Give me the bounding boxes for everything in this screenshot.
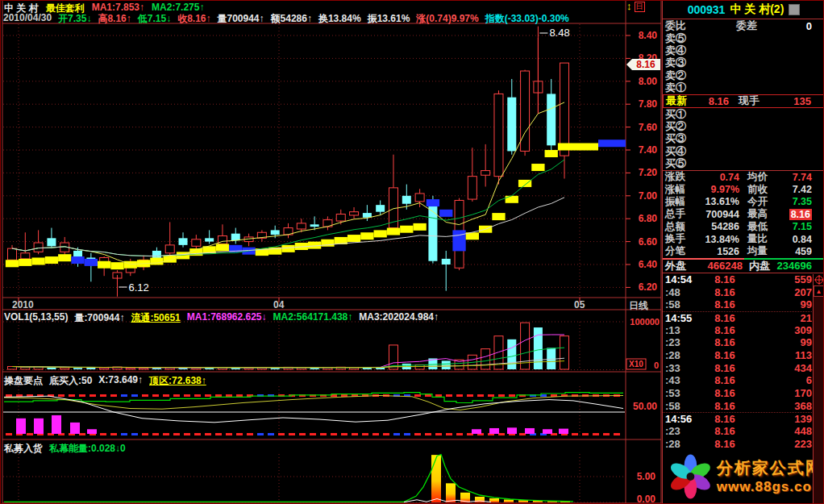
open-readout: 开7.35↓ bbox=[58, 12, 91, 26]
now-vol-value: 135 bbox=[759, 95, 811, 107]
waipan-value: 466248 bbox=[693, 260, 743, 272]
inner-outer-volume-row: 外盘 466248 内盘 234696 bbox=[663, 260, 824, 273]
period-label[interactable]: 日线 bbox=[629, 299, 648, 313]
vol-ma3: MA3:202024.984↑ bbox=[359, 311, 439, 325]
index-readout: 指数(-33.03)-0.30% bbox=[485, 12, 569, 26]
volume-readout: 量700944↑ bbox=[218, 12, 264, 26]
tick-row[interactable]: :538.16170 bbox=[663, 387, 824, 400]
site-logo[interactable]: 分析家公式网 www.88gs.com bbox=[663, 451, 824, 502]
market-info-icon[interactable] bbox=[789, 4, 800, 15]
stat-value: 1526 bbox=[694, 246, 739, 257]
tick-list[interactable]: 14:548.16559:488.16207:588.169914:558.16… bbox=[663, 273, 824, 451]
stat-value: 7.42 bbox=[793, 184, 812, 195]
crosshair-icon[interactable] bbox=[814, 274, 824, 285]
tick-row[interactable]: :488.16207 bbox=[663, 285, 824, 298]
buy-level-row[interactable]: 买③ bbox=[663, 133, 824, 145]
svg-text:6.40: 6.40 bbox=[639, 259, 658, 270]
stat-value: 9.97% bbox=[694, 184, 739, 195]
caopan-x: X:73.649↑ bbox=[98, 374, 143, 388]
stat-value: 459 bbox=[795, 246, 812, 257]
buy-level-row[interactable]: 买④ bbox=[663, 145, 824, 157]
simu-indicator-name[interactable]: 私募入货 bbox=[4, 442, 43, 456]
sell-level-row[interactable]: 卖③ bbox=[663, 57, 824, 69]
change-readout: 涨(0.74)9.97% bbox=[416, 12, 478, 26]
sell-level-row[interactable]: 卖① bbox=[663, 82, 824, 94]
weicha-value: 0 bbox=[757, 20, 812, 32]
latest-price: 8.16 bbox=[687, 95, 729, 107]
period-calendar-icon[interactable]: 日 bbox=[635, 2, 645, 12]
svg-text:7.80: 7.80 bbox=[639, 98, 658, 110]
tick-row[interactable]: 14:568.16139 bbox=[663, 412, 824, 425]
stats-row: 涨跌0.74均价7.74 bbox=[663, 171, 824, 183]
sell-queue: 卖⑤卖④卖③卖②卖① bbox=[663, 32, 824, 94]
time-axis-label: 2010 bbox=[12, 299, 34, 310]
neipan-label: 内盘 bbox=[749, 259, 776, 273]
svg-text:6.60: 6.60 bbox=[639, 236, 658, 248]
tick-row[interactable]: :288.16113 bbox=[663, 349, 824, 362]
low-readout: 低7.15↓ bbox=[138, 12, 171, 26]
time-axis-label: 05 bbox=[574, 299, 585, 310]
vol-ma1: MA1:768962.625↓ bbox=[187, 311, 267, 325]
buy-level-row[interactable]: 买② bbox=[663, 120, 824, 132]
stat-value: 8.16 bbox=[789, 209, 812, 220]
tick-row[interactable]: :588.16368 bbox=[663, 400, 824, 413]
svg-text:7.20: 7.20 bbox=[639, 167, 658, 178]
waipan-label: 外盘 bbox=[665, 259, 693, 273]
tick-row[interactable]: :238.1699 bbox=[663, 336, 824, 349]
stat-value: 54286 bbox=[694, 221, 739, 232]
stat-value: 7.74 bbox=[793, 172, 812, 183]
svg-text:8.40: 8.40 bbox=[639, 30, 658, 41]
stat-value: 13.84% bbox=[694, 234, 739, 245]
svg-text:0.00: 0.00 bbox=[637, 494, 656, 504]
svg-text:100000: 100000 bbox=[630, 317, 660, 327]
tick-row[interactable]: :238.16448 bbox=[663, 425, 824, 438]
svg-text:6.12: 6.12 bbox=[128, 281, 148, 294]
weicha-label: 委差 bbox=[736, 19, 757, 33]
stats-row: 涨幅9.97%前收7.42 bbox=[663, 183, 824, 195]
latest-price-row: 最新 8.16 现手 135 bbox=[663, 94, 824, 108]
stock-name: 中 关 村(2) bbox=[730, 2, 784, 17]
sell-level-row[interactable]: 卖⑤ bbox=[663, 32, 824, 44]
quote-panel-header: 000931 中 关 村(2) bbox=[663, 1, 824, 19]
svg-text:7.60: 7.60 bbox=[639, 122, 658, 133]
caopan-indicator-name[interactable]: 操盘要点 bbox=[4, 374, 43, 388]
tick-row[interactable]: :288.16223 bbox=[663, 438, 824, 451]
tick-row[interactable]: :438.166 bbox=[663, 374, 824, 387]
tick-row[interactable]: 14:558.1621 bbox=[663, 311, 824, 324]
buy-level-row[interactable]: 买① bbox=[663, 108, 824, 120]
stats-row: 换手13.84%量比0.84 bbox=[663, 233, 824, 245]
amplitude-readout: 振13.61% bbox=[368, 12, 410, 26]
site-url[interactable]: www.88gs.com bbox=[717, 479, 824, 495]
sell-level-row[interactable]: 卖④ bbox=[663, 44, 824, 56]
close-readout: 收8.16↑ bbox=[177, 12, 210, 26]
stat-value: 7.15 bbox=[793, 221, 812, 232]
stock-terminal-window: 8.408.208.007.807.607.407.207.006.806.60… bbox=[0, 0, 824, 504]
site-name[interactable]: 分析家公式网 bbox=[717, 457, 824, 479]
buy-queue: 买①买②买③买④买⑤ bbox=[663, 108, 824, 170]
simu-energy: 私幕能量:0.028↓0 bbox=[49, 442, 126, 456]
vol-value: 量:700944↑ bbox=[74, 311, 124, 325]
svg-text:6.80: 6.80 bbox=[639, 213, 658, 224]
tick-scrollbar[interactable]: ▲ bbox=[813, 274, 824, 504]
stats-row: 分笔1526均量459 bbox=[663, 245, 824, 257]
tick-row[interactable]: 14:548.16559 bbox=[663, 273, 824, 286]
tick-row[interactable]: :138.16309 bbox=[663, 323, 824, 336]
stats-row: 振幅13.61%今开7.35 bbox=[663, 196, 824, 208]
float-shares[interactable]: 流通:50651 bbox=[131, 311, 180, 325]
svg-text:8.16: 8.16 bbox=[636, 59, 655, 70]
stats-row: 总额54286最低7.15 bbox=[663, 220, 824, 232]
tick-row[interactable]: :588.1699 bbox=[663, 298, 824, 311]
weibi-row: 委比 委差 0 bbox=[663, 19, 824, 32]
scroll-up-icon[interactable]: ▲ bbox=[814, 285, 824, 297]
stat-value: 700944 bbox=[694, 209, 739, 220]
updown-arrow-icon[interactable]: ↕ bbox=[626, 1, 632, 12]
caopan-top-zone[interactable]: 顶区:72.638↑ bbox=[149, 374, 206, 388]
tick-row[interactable]: :338.16434 bbox=[663, 361, 824, 374]
stat-value: 13.61% bbox=[694, 196, 739, 207]
scrollbar-track[interactable] bbox=[814, 297, 824, 504]
sell-level-row[interactable]: 卖② bbox=[663, 69, 824, 81]
caopan-bottom-buy: 底买入:50 bbox=[49, 374, 92, 388]
amount-readout: 额54286↑ bbox=[271, 12, 312, 26]
buy-level-row[interactable]: 买⑤ bbox=[663, 158, 824, 170]
vol-indicator-name[interactable]: VOL1(5,13,55) bbox=[4, 311, 68, 325]
